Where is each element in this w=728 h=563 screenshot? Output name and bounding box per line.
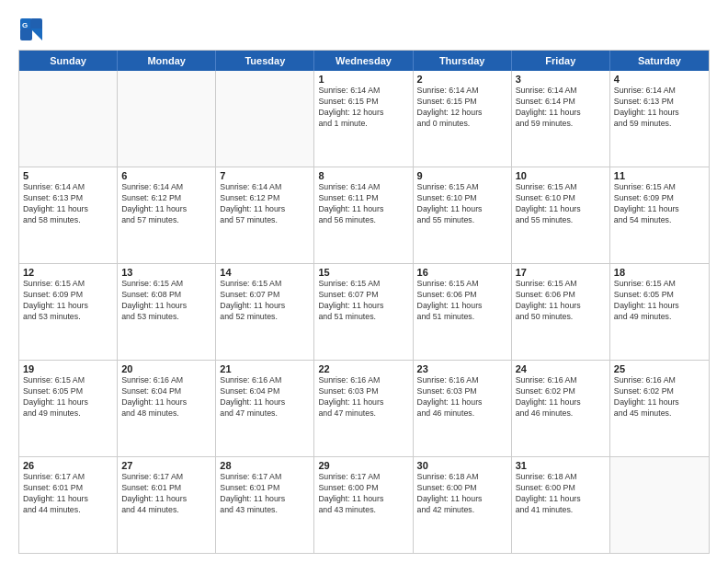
calendar-cell-day-26: 26Sunrise: 6:17 AM Sunset: 6:01 PM Dayli… [19,457,118,553]
cell-info: Sunrise: 6:14 AM Sunset: 6:13 PM Dayligh… [23,182,113,226]
day-number: 31 [516,460,606,471]
cell-info: Sunrise: 6:17 AM Sunset: 6:00 PM Dayligh… [318,472,408,516]
calendar-cell-day-2: 2Sunrise: 6:14 AM Sunset: 6:15 PM Daylig… [414,71,512,167]
cell-info: Sunrise: 6:15 AM Sunset: 6:09 PM Dayligh… [23,279,113,323]
header-day-thursday: Thursday [414,51,512,71]
calendar-cell-day-27: 27Sunrise: 6:17 AM Sunset: 6:01 PM Dayli… [118,457,216,553]
day-number: 2 [417,74,507,85]
cell-info: Sunrise: 6:16 AM Sunset: 6:03 PM Dayligh… [417,375,507,419]
day-number: 29 [318,460,408,471]
cell-info: Sunrise: 6:16 AM Sunset: 6:03 PM Dayligh… [318,375,408,419]
day-number: 7 [220,170,310,181]
cell-info: Sunrise: 6:17 AM Sunset: 6:01 PM Dayligh… [220,472,310,516]
cell-info: Sunrise: 6:14 AM Sunset: 6:14 PM Dayligh… [516,86,606,130]
header-day-tuesday: Tuesday [216,51,314,71]
cell-info: Sunrise: 6:15 AM Sunset: 6:06 PM Dayligh… [417,279,507,323]
calendar-cell-day-31: 31Sunrise: 6:18 AM Sunset: 6:00 PM Dayli… [512,457,610,553]
day-number: 30 [417,460,507,471]
day-number: 25 [614,363,705,374]
day-number: 6 [121,170,211,181]
calendar-row-5: 26Sunrise: 6:17 AM Sunset: 6:01 PM Dayli… [19,456,709,553]
day-number: 20 [121,363,211,374]
logo-icon: G [18,17,44,42]
day-number: 10 [516,170,606,181]
cell-info: Sunrise: 6:15 AM Sunset: 6:10 PM Dayligh… [516,182,606,226]
day-number: 22 [318,363,408,374]
cell-info: Sunrise: 6:16 AM Sunset: 6:04 PM Dayligh… [121,375,211,419]
header-day-saturday: Saturday [610,51,709,71]
page-header: G [18,17,710,42]
calendar-cell-day-18: 18Sunrise: 6:15 AM Sunset: 6:05 PM Dayli… [610,264,709,360]
cell-info: Sunrise: 6:14 AM Sunset: 6:15 PM Dayligh… [417,86,507,130]
calendar-cell-day-1: 1Sunrise: 6:14 AM Sunset: 6:15 PM Daylig… [314,71,413,167]
calendar-cell-day-7: 7Sunrise: 6:14 AM Sunset: 6:12 PM Daylig… [216,167,314,263]
cell-info: Sunrise: 6:16 AM Sunset: 6:04 PM Dayligh… [220,375,310,419]
logo: G [18,17,46,42]
day-number: 17 [516,267,606,278]
cell-info: Sunrise: 6:15 AM Sunset: 6:05 PM Dayligh… [23,375,113,419]
day-number: 15 [318,267,408,278]
calendar-cell-day-24: 24Sunrise: 6:16 AM Sunset: 6:02 PM Dayli… [512,361,610,456]
header-day-sunday: Sunday [19,51,118,71]
calendar-cell-day-4: 4Sunrise: 6:14 AM Sunset: 6:13 PM Daylig… [610,71,709,167]
calendar-cell-day-3: 3Sunrise: 6:14 AM Sunset: 6:14 PM Daylig… [512,71,610,167]
cell-info: Sunrise: 6:15 AM Sunset: 6:08 PM Dayligh… [121,279,211,323]
cell-info: Sunrise: 6:15 AM Sunset: 6:07 PM Dayligh… [318,279,408,323]
day-number: 5 [23,170,113,181]
calendar-row-4: 19Sunrise: 6:15 AM Sunset: 6:05 PM Dayli… [19,360,709,456]
svg-rect-2 [20,29,32,40]
cell-info: Sunrise: 6:14 AM Sunset: 6:12 PM Dayligh… [121,182,211,226]
calendar-header: SundayMondayTuesdayWednesdayThursdayFrid… [19,51,709,71]
cell-info: Sunrise: 6:18 AM Sunset: 6:00 PM Dayligh… [516,472,606,516]
header-day-monday: Monday [118,51,216,71]
day-number: 9 [417,170,507,181]
day-number: 18 [614,267,705,278]
day-number: 14 [220,267,310,278]
calendar-cell-day-29: 29Sunrise: 6:17 AM Sunset: 6:00 PM Dayli… [314,457,413,553]
cell-info: Sunrise: 6:15 AM Sunset: 6:05 PM Dayligh… [614,279,705,323]
cell-info: Sunrise: 6:17 AM Sunset: 6:01 PM Dayligh… [121,472,211,516]
cell-info: Sunrise: 6:16 AM Sunset: 6:02 PM Dayligh… [614,375,705,419]
calendar-cell-empty [610,457,709,553]
day-number: 8 [318,170,408,181]
header-day-friday: Friday [512,51,610,71]
day-number: 23 [417,363,507,374]
calendar-cell-day-16: 16Sunrise: 6:15 AM Sunset: 6:06 PM Dayli… [414,264,512,360]
cell-info: Sunrise: 6:17 AM Sunset: 6:01 PM Dayligh… [23,472,113,516]
calendar-cell-day-10: 10Sunrise: 6:15 AM Sunset: 6:10 PM Dayli… [512,167,610,263]
day-number: 19 [23,363,113,374]
day-number: 24 [516,363,606,374]
day-number: 3 [516,74,606,85]
calendar-cell-empty [19,71,118,167]
cell-info: Sunrise: 6:15 AM Sunset: 6:07 PM Dayligh… [220,279,310,323]
calendar-cell-day-15: 15Sunrise: 6:15 AM Sunset: 6:07 PM Dayli… [314,264,413,360]
calendar-cell-day-8: 8Sunrise: 6:14 AM Sunset: 6:11 PM Daylig… [314,167,413,263]
calendar-cell-day-19: 19Sunrise: 6:15 AM Sunset: 6:05 PM Dayli… [19,361,118,456]
day-number: 16 [417,267,507,278]
cell-info: Sunrise: 6:15 AM Sunset: 6:09 PM Dayligh… [614,182,705,226]
day-number: 11 [614,170,705,181]
day-number: 4 [614,74,705,85]
calendar-cell-day-20: 20Sunrise: 6:16 AM Sunset: 6:04 PM Dayli… [118,361,216,456]
calendar-row-3: 12Sunrise: 6:15 AM Sunset: 6:09 PM Dayli… [19,263,709,360]
day-number: 27 [121,460,211,471]
calendar-cell-day-11: 11Sunrise: 6:15 AM Sunset: 6:09 PM Dayli… [610,167,709,263]
calendar-cell-day-30: 30Sunrise: 6:18 AM Sunset: 6:00 PM Dayli… [414,457,512,553]
calendar-cell-day-5: 5Sunrise: 6:14 AM Sunset: 6:13 PM Daylig… [19,167,118,263]
calendar-cell-empty [118,71,216,167]
calendar-cell-day-9: 9Sunrise: 6:15 AM Sunset: 6:10 PM Daylig… [414,167,512,263]
calendar-cell-day-21: 21Sunrise: 6:16 AM Sunset: 6:04 PM Dayli… [216,361,314,456]
svg-text:G: G [22,21,28,29]
calendar: SundayMondayTuesdayWednesdayThursdayFrid… [18,50,710,554]
cell-info: Sunrise: 6:14 AM Sunset: 6:15 PM Dayligh… [318,86,408,130]
cell-info: Sunrise: 6:18 AM Sunset: 6:00 PM Dayligh… [417,472,507,516]
header-day-wednesday: Wednesday [314,51,413,71]
calendar-cell-day-17: 17Sunrise: 6:15 AM Sunset: 6:06 PM Dayli… [512,264,610,360]
calendar-row-2: 5Sunrise: 6:14 AM Sunset: 6:13 PM Daylig… [19,167,709,263]
calendar-cell-day-28: 28Sunrise: 6:17 AM Sunset: 6:01 PM Dayli… [216,457,314,553]
calendar-row-1: 1Sunrise: 6:14 AM Sunset: 6:15 PM Daylig… [19,71,709,167]
cell-info: Sunrise: 6:16 AM Sunset: 6:02 PM Dayligh… [516,375,606,419]
calendar-cell-day-23: 23Sunrise: 6:16 AM Sunset: 6:03 PM Dayli… [414,361,512,456]
calendar-cell-day-22: 22Sunrise: 6:16 AM Sunset: 6:03 PM Dayli… [314,361,413,456]
day-number: 21 [220,363,310,374]
